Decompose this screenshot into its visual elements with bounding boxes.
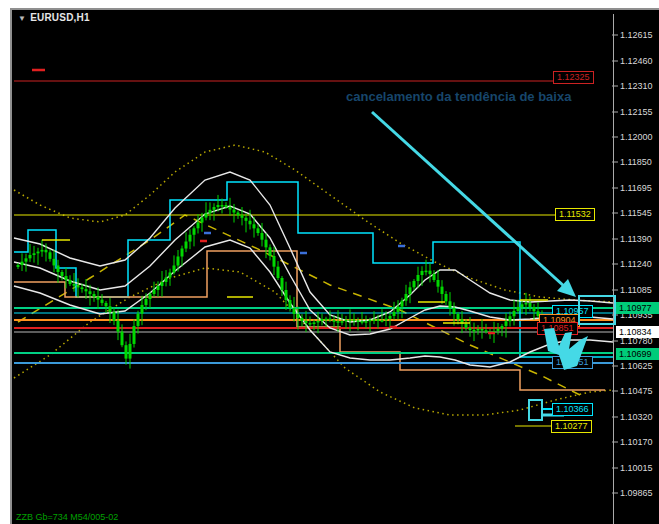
- highlight-rectangle-small[interactable]: [528, 399, 543, 421]
- candle-body: [101, 300, 104, 303]
- candle-body: [209, 210, 212, 213]
- candle-body: [45, 250, 48, 252]
- candle-body: [221, 205, 224, 207]
- axis-tick-label: 1.12615: [620, 30, 653, 40]
- price-level-label[interactable]: 1.12325: [553, 71, 594, 84]
- candle-body: [137, 314, 140, 326]
- axis-price-badge: 1.10977: [616, 302, 659, 314]
- candle-body: [497, 329, 500, 331]
- candle-body: [481, 329, 484, 331]
- candle-body: [269, 247, 272, 256]
- candle-body: [261, 233, 264, 240]
- candle-body: [365, 321, 368, 323]
- candle-body: [509, 316, 512, 321]
- bollinger-lower: [14, 240, 613, 367]
- symbol-timeframe-title[interactable]: ▼EURUSD,H1: [18, 12, 90, 23]
- candle-body: [361, 321, 364, 323]
- axis-tick-label: 1.12310: [620, 81, 653, 91]
- candle-body: [161, 282, 164, 286]
- candle-body: [397, 307, 400, 312]
- highlight-rectangle[interactable]: [578, 295, 616, 325]
- candle-body: [449, 301, 452, 308]
- candle-body: [533, 307, 536, 311]
- candle-body: [457, 314, 460, 319]
- axis-price-badge: 1.10699: [616, 348, 659, 360]
- candle-body: [201, 218, 204, 223]
- candle-body: [37, 252, 40, 254]
- candle-body: [133, 326, 136, 344]
- envelope-upper-band: [14, 145, 613, 302]
- candle-body: [205, 213, 208, 217]
- candle-body: [485, 330, 488, 332]
- candle-body: [117, 321, 120, 332]
- candle-body: [281, 278, 284, 290]
- candle-body: [401, 301, 404, 307]
- candle-body: [97, 297, 100, 300]
- candle-body: [53, 259, 56, 266]
- candle-body: [61, 272, 64, 276]
- candle-body: [505, 321, 508, 326]
- candle-body: [173, 265, 176, 272]
- price-level-label[interactable]: 1.10651: [552, 356, 593, 369]
- candle-body: [413, 281, 416, 287]
- candle-body: [217, 205, 220, 207]
- chevron-down-icon[interactable]: ▼: [18, 14, 26, 23]
- candle-body: [305, 321, 308, 323]
- chart-window: ▼EURUSD,H1 cancelamento da tendência de …: [10, 8, 659, 524]
- candle-body: [477, 329, 480, 331]
- candle-body: [193, 228, 196, 234]
- price-chart-canvas[interactable]: [10, 8, 659, 524]
- candle-body: [149, 294, 152, 299]
- candle-body: [341, 321, 344, 323]
- candle-body: [17, 265, 20, 267]
- candle-body: [337, 321, 340, 323]
- axis-price-badge: 1.10834: [616, 326, 659, 338]
- candle-body: [465, 324, 468, 328]
- candle-body: [405, 294, 408, 301]
- candle-body: [513, 311, 516, 316]
- candle-body: [521, 304, 524, 307]
- candle-body: [353, 319, 356, 321]
- candle-body: [57, 265, 60, 272]
- axis-tick-label: 1.11240: [620, 259, 652, 269]
- price-level-label[interactable]: 1.10277: [551, 420, 592, 433]
- candle-body: [157, 286, 160, 290]
- axis-tick-label: 1.11545: [620, 208, 652, 218]
- price-level-label[interactable]: 1.11532: [555, 208, 595, 221]
- candle-body: [369, 320, 372, 322]
- candle-body: [525, 303, 528, 305]
- candle-body: [385, 319, 388, 321]
- candle-body: [321, 319, 324, 321]
- candle-body: [165, 277, 168, 281]
- candle-body: [409, 287, 412, 294]
- candle-body: [433, 274, 436, 280]
- candle-body: [185, 242, 188, 249]
- bollinger-middle: [14, 206, 613, 335]
- candle-body: [29, 255, 32, 258]
- axis-tick-label: 1.09865: [620, 488, 653, 498]
- candle-body: [297, 314, 300, 318]
- candle-body: [289, 300, 292, 308]
- candle-body: [105, 303, 108, 306]
- candle-body: [517, 307, 520, 311]
- candle-body: [293, 308, 296, 314]
- candle-body: [453, 308, 456, 314]
- candle-body: [377, 319, 380, 321]
- candle-body: [69, 280, 72, 284]
- price-level-label[interactable]: 1.10366: [552, 403, 593, 416]
- candle-body: [313, 322, 316, 324]
- candle-body: [245, 218, 248, 221]
- axis-tick-label: 1.10015: [620, 463, 653, 473]
- candle-body: [425, 271, 428, 273]
- candle-body: [317, 321, 320, 323]
- price-level-label[interactable]: 1.10851: [537, 322, 578, 335]
- candle-body: [357, 320, 360, 322]
- axis-tick-label: 1.10320: [620, 412, 653, 422]
- candle-body: [181, 249, 184, 257]
- candle-body: [121, 332, 124, 345]
- candle-body: [501, 326, 504, 329]
- candle-body: [65, 276, 68, 280]
- candle-body: [77, 286, 80, 288]
- candle-body: [273, 256, 276, 267]
- candle-body: [49, 252, 52, 259]
